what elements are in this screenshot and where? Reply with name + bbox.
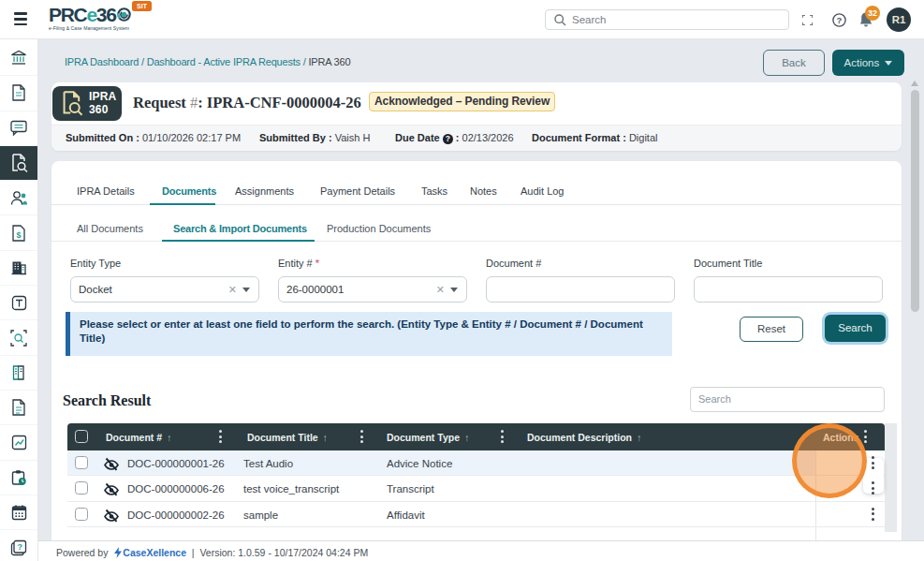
svg-text:$: $: [16, 229, 21, 239]
svg-text:?: ?: [17, 542, 22, 552]
svg-text:?: ?: [837, 15, 843, 25]
